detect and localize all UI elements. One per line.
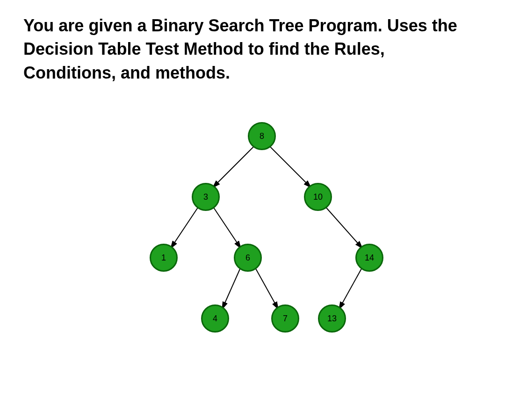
tree-node: 7 [271, 304, 299, 333]
tree-node: 10 [304, 183, 332, 211]
svg-line-2 [171, 206, 199, 248]
tree-node-root: 8 [248, 122, 276, 150]
tree-node: 3 [192, 183, 220, 211]
question-text: You are given a Binary Search Tree Progr… [23, 14, 482, 85]
tree-node: 14 [355, 244, 383, 272]
svg-line-0 [213, 145, 255, 188]
svg-line-7 [339, 267, 362, 309]
svg-line-6 [255, 267, 278, 309]
tree-node: 4 [201, 304, 229, 333]
binary-search-tree-diagram: 8 3 10 1 6 14 4 7 13 [108, 113, 435, 347]
svg-line-1 [269, 145, 311, 188]
tree-node: 6 [234, 244, 262, 272]
svg-line-3 [213, 206, 241, 248]
tree-edges [108, 113, 435, 347]
svg-line-4 [325, 206, 362, 248]
tree-node: 1 [150, 244, 178, 272]
svg-line-5 [222, 267, 241, 309]
tree-node: 13 [318, 304, 346, 333]
